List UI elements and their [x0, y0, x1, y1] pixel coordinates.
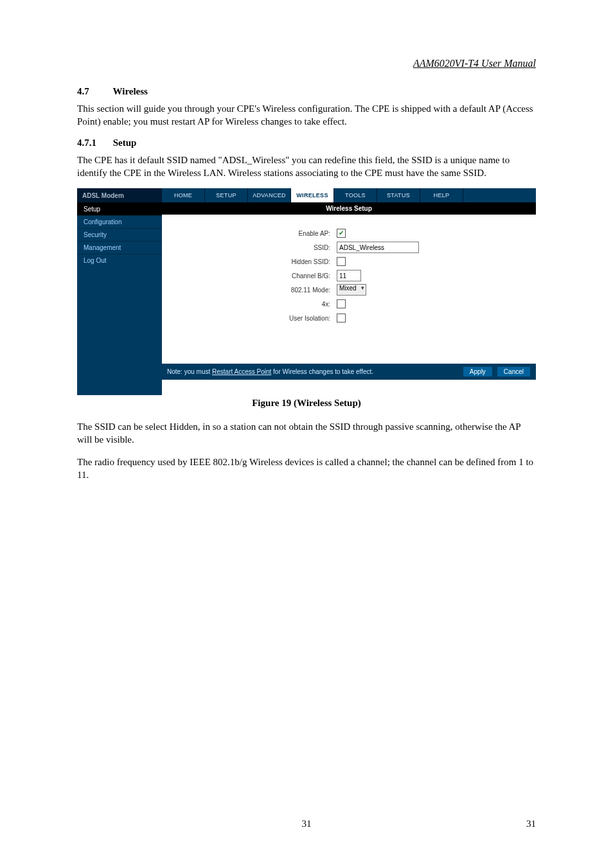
- footer-note: Note: you must Restart Access Point for …: [167, 368, 459, 375]
- section-number: 4.7.1: [77, 137, 111, 148]
- section-4-7-paragraph: This section will guide you through your…: [77, 102, 536, 128]
- sidebar-item-management[interactable]: Management: [77, 241, 162, 254]
- fourx-checkbox[interactable]: [337, 299, 346, 308]
- router-footer: Note: you must Restart Access Point for …: [162, 364, 536, 380]
- wireless-form: Enable AP: ✔ SSID: Hidden SSID: Channel …: [162, 215, 536, 364]
- user-isolation-label: User Isolation:: [162, 315, 334, 322]
- tab-home[interactable]: HOME: [162, 188, 205, 202]
- sidebar-item-security[interactable]: Security: [77, 228, 162, 241]
- router-tab-strip: HOME SETUP ADVANCED WIRELESS TOOLS STATU…: [162, 188, 536, 202]
- tab-tools[interactable]: TOOLS: [334, 188, 377, 202]
- after-paragraph-1: The SSID can be select Hidden, in so a s…: [77, 420, 536, 447]
- figure-caption: Figure 19 (Wireless Setup): [77, 398, 536, 409]
- restart-ap-link[interactable]: Restart Access Point: [212, 368, 271, 375]
- section-4-7-1-paragraph: The CPE has it default SSID named "ADSL_…: [77, 154, 536, 180]
- router-sidebar: Setup Configuration Security Management …: [77, 202, 162, 395]
- enable-ap-label: Enable AP:: [162, 230, 334, 237]
- document-page: AAM6020VI-T4 User Manual 4.7 Wireless Th…: [0, 0, 613, 868]
- page-header: AAM6020VI-T4 User Manual: [77, 58, 536, 69]
- ssid-label: SSID:: [162, 244, 334, 251]
- mode-select[interactable]: Mixed: [337, 284, 366, 296]
- mode-label: 802.11 Mode:: [162, 287, 334, 294]
- section-title: Wireless: [112, 86, 147, 96]
- after-paragraph-2: The radio frequency used by IEEE 802.1b/…: [77, 456, 536, 482]
- router-ui-screenshot: ADSL Modem HOME SETUP ADVANCED WIRELESS …: [77, 188, 536, 395]
- tab-advanced[interactable]: ADVANCED: [248, 188, 291, 202]
- router-top-bar: ADSL Modem HOME SETUP ADVANCED WIRELESS …: [77, 188, 536, 202]
- hidden-ssid-label: Hidden SSID:: [162, 258, 334, 265]
- tab-wireless[interactable]: WIRELESS: [291, 188, 334, 202]
- tab-help[interactable]: HELP: [420, 188, 463, 202]
- page-number-right: 31: [526, 819, 536, 829]
- section-title: Setup: [113, 137, 137, 148]
- section-4-7-1-heading: 4.7.1 Setup: [77, 137, 536, 148]
- sidebar-item-configuration[interactable]: Configuration: [77, 215, 162, 228]
- tab-setup[interactable]: SETUP: [205, 188, 248, 202]
- footer-note-after: for Wireless changes to take effect.: [271, 368, 373, 375]
- router-body: Setup Configuration Security Management …: [77, 202, 536, 395]
- sidebar-item-setup[interactable]: Setup: [77, 202, 162, 215]
- hidden-ssid-checkbox[interactable]: [337, 257, 346, 266]
- router-main-panel: Wireless Setup Enable AP: ✔ SSID: Hidden…: [162, 202, 536, 395]
- panel-title: Wireless Setup: [162, 202, 536, 215]
- footer-note-before: Note: you must: [167, 368, 212, 375]
- page-number-center: 31: [0, 819, 613, 829]
- user-isolation-checkbox[interactable]: [337, 314, 346, 323]
- enable-ap-checkbox[interactable]: ✔: [337, 229, 346, 238]
- apply-button[interactable]: Apply: [463, 366, 493, 377]
- tab-fill: [463, 188, 536, 202]
- router-brand-label: ADSL Modem: [77, 188, 162, 202]
- channel-label: Channel B/G:: [162, 272, 334, 279]
- section-number: 4.7: [77, 86, 111, 97]
- tab-status[interactable]: STATUS: [377, 188, 420, 202]
- section-4-7-heading: 4.7 Wireless: [77, 86, 536, 97]
- channel-input[interactable]: [337, 270, 361, 281]
- sidebar-item-logout[interactable]: Log Out: [77, 254, 162, 267]
- cancel-button[interactable]: Cancel: [497, 366, 531, 377]
- fourx-label: 4x:: [162, 301, 334, 308]
- ssid-input[interactable]: [337, 242, 419, 253]
